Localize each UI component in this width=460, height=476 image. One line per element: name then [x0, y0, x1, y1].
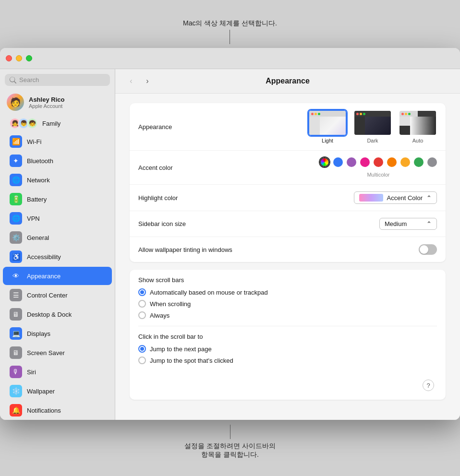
user-name: Ashley Rico — [29, 96, 64, 103]
appearance-icon-bg: 👁 — [10, 270, 22, 282]
chevron-down-icon: ⌃ — [426, 194, 432, 202]
sidebar-item-bluetooth[interactable]: ✦ Bluetooth — [3, 152, 112, 170]
sidebar-item-label: Bluetooth — [27, 157, 53, 165]
sidebar-item-label: Battery — [27, 196, 47, 203]
user-profile-item[interactable]: 🧑 Ashley Rico Apple Account — [0, 90, 115, 115]
accent-green[interactable] — [414, 157, 424, 167]
sidebar-item-label: Network — [27, 177, 50, 184]
minimize-button[interactable] — [16, 55, 22, 61]
close-button[interactable] — [6, 55, 12, 61]
sidebar-item-label: Appearance — [27, 273, 61, 280]
user-info: Ashley Rico Apple Account — [29, 96, 64, 109]
click-clicked-spot-radio[interactable] — [138, 357, 146, 364]
click-clicked-spot-option[interactable]: Jump to the spot that's clicked — [138, 355, 437, 366]
sidebar-item-wifi[interactable]: 📶 Wi-Fi — [3, 132, 112, 151]
scroll-auto-option[interactable]: Automatically based on mouse or trackpad — [138, 286, 437, 298]
control-center-icon-bg: ☰ — [10, 289, 22, 301]
sidebar-item-accessibility[interactable]: ♿ Accessibility — [3, 248, 112, 266]
sidebar-item-battery[interactable]: 🔋 Battery — [3, 190, 112, 208]
appearance-option-dark[interactable]: Dark — [353, 110, 392, 143]
accent-orange[interactable] — [387, 157, 397, 167]
displays-icon-bg: 💻 — [10, 327, 22, 340]
scroll-always-option[interactable]: Always — [138, 309, 437, 321]
settings-body: Appearance — [115, 94, 460, 420]
highlight-color-dropdown[interactable]: Accent Color ⌃ — [354, 191, 437, 204]
help-button[interactable]: ? — [423, 380, 434, 391]
scroll-bars-section: Show scroll bars Automatically based on … — [130, 270, 446, 400]
scroll-always-radio[interactable] — [138, 311, 146, 319]
wifi-icon: 📶 — [12, 138, 20, 145]
sidebar-icon-size-content: Medium ⌃ — [225, 218, 437, 230]
sidebar-item-appearance[interactable]: 👁 Appearance — [3, 267, 112, 285]
highlight-color-label: Highlight color — [138, 194, 225, 202]
highlight-preview — [359, 194, 383, 202]
sidebar-item-label: Wallpaper — [27, 388, 55, 395]
family-avatars: 👧 👦 🧒 — [10, 118, 37, 129]
appearance-icon: 👁 — [12, 272, 19, 280]
sidebar-item-displays[interactable]: 💻 Displays — [3, 324, 112, 343]
page-title: Appearance — [157, 77, 418, 85]
sidebar-item-notifications[interactable]: 🔔 Notifications — [3, 401, 112, 419]
appearance-option-auto-label: Auto — [412, 138, 424, 143]
content-area: 🧑 Ashley Rico Apple Account 👧 👦 🧒 Family… — [0, 69, 460, 420]
bluetooth-icon-bg: ✦ — [10, 155, 22, 167]
click-next-page-radio[interactable] — [138, 345, 146, 353]
maximize-button[interactable] — [26, 55, 32, 61]
sidebar-item-vpn[interactable]: 🌐 VPN — [3, 209, 112, 227]
sidebar-item-screen-saver[interactable]: 🖥 Screen Saver — [3, 344, 112, 362]
scroll-scrolling-option[interactable]: When scrolling — [138, 298, 437, 309]
wallpaper-tinting-toggle[interactable] — [419, 244, 437, 255]
sidebar-item-wallpaper[interactable]: ❄️ Wallpaper — [3, 382, 112, 400]
sidebar-item-network[interactable]: 🌐 Network — [3, 171, 112, 189]
click-next-page-option[interactable]: Jump to the next page — [138, 343, 437, 355]
accent-yellow[interactable] — [400, 157, 410, 167]
scroll-scrolling-label: When scrolling — [150, 300, 191, 308]
sidebar-icon-size-dropdown[interactable]: Medium ⌃ — [379, 218, 437, 230]
sidebar-icon-size-label: Sidebar icon size — [138, 220, 225, 227]
accent-multicolor[interactable] — [320, 157, 329, 167]
search-input[interactable] — [19, 76, 105, 83]
scroll-always-label: Always — [150, 312, 169, 319]
accent-multicolor-label: Multicolor — [367, 172, 389, 178]
sidebar-item-label: Screen Saver — [27, 349, 65, 357]
sidebar-item-family[interactable]: 👧 👦 🧒 Family — [3, 115, 112, 131]
accent-pink[interactable] — [360, 157, 370, 167]
sidebar-item-control-center[interactable]: ☰ Control Center — [3, 286, 112, 304]
appearance-row: Appearance — [130, 103, 446, 151]
sidebar-item-label: Control Center — [27, 292, 68, 299]
accent-color-row: Accent color — [130, 151, 446, 185]
highlight-color-content: Accent Color ⌃ — [225, 191, 437, 204]
accent-colors-group: Multicolor — [320, 157, 437, 178]
titlebar — [0, 48, 460, 69]
main-content: ‹ › Appearance Appearance — [115, 69, 460, 420]
notifications-icon-bg: 🔔 — [10, 404, 22, 416]
siri-icon: 🎙 — [12, 368, 19, 376]
family-avatar-3: 🧒 — [27, 118, 37, 129]
click-clicked-spot-label: Jump to the spot that's clicked — [150, 357, 233, 364]
scroll-scrolling-radio[interactable] — [138, 300, 146, 308]
accent-red[interactable] — [374, 157, 383, 167]
network-icon-bg: 🌐 — [10, 174, 22, 186]
sidebar-item-desktop-dock[interactable]: 🖥 Desktop & Dock — [3, 305, 112, 323]
scroll-auto-radio[interactable] — [138, 288, 146, 296]
appearance-option-auto[interactable]: Auto — [399, 110, 437, 143]
accent-graphite[interactable] — [427, 157, 437, 167]
search-bar[interactable] — [5, 74, 110, 86]
notifications-icon: 🔔 — [12, 406, 20, 414]
bluetooth-icon: ✦ — [13, 157, 19, 165]
avatar: 🧑 — [7, 94, 24, 111]
back-button[interactable]: ‹ — [125, 75, 137, 87]
accent-blue[interactable] — [333, 157, 343, 167]
accent-purple[interactable] — [347, 157, 356, 167]
sidebar-item-label: Siri — [27, 369, 36, 376]
sidebar-item-general[interactable]: ⚙️ General — [3, 228, 112, 247]
sidebar-item-label: Notifications — [27, 407, 61, 414]
forward-button[interactable]: › — [141, 75, 154, 87]
appearance-thumb-dark — [353, 110, 392, 136]
sidebar: 🧑 Ashley Rico Apple Account 👧 👦 🧒 Family… — [0, 69, 115, 420]
sidebar-item-siri[interactable]: 🎙 Siri — [3, 363, 112, 381]
sidebar-item-label: General — [27, 234, 49, 241]
appearance-option-light[interactable]: Light — [308, 110, 347, 143]
wallpaper-tinting-row: Allow wallpaper tinting in windows — [130, 237, 446, 262]
accent-color-label: Accent color — [138, 164, 225, 171]
